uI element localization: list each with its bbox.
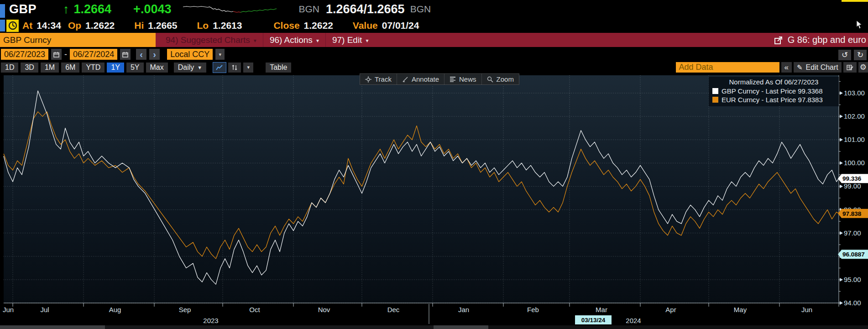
currency-mode-caret[interactable]: ▾: [215, 49, 225, 60]
period-tab-ytd[interactable]: YTD: [82, 63, 105, 73]
table-button[interactable]: Table: [266, 63, 291, 73]
chart-settings-icon[interactable]: [843, 62, 857, 73]
track-value-badge-text: 96.0887: [842, 251, 865, 258]
x-axis-month-label: Feb: [527, 306, 539, 313]
period-tab-5y[interactable]: 5Y: [126, 63, 144, 73]
bid-ask: 1.2664/1.2665: [326, 2, 405, 16]
x-axis-month-label: Sep: [179, 306, 191, 313]
direction-up-icon: ↑: [63, 2, 69, 16]
pencil-icon: ✎: [797, 63, 803, 72]
y-tick-arrow: [840, 138, 843, 141]
actions-menu[interactable]: 96) Actions▾: [263, 33, 325, 47]
track-button[interactable]: Track: [360, 74, 397, 84]
year-label: 2024: [626, 317, 641, 324]
start-date-calendar-icon[interactable]: [51, 49, 62, 60]
sparkline-segment-0: [183, 6, 233, 12]
compare-axes-icon[interactable]: [228, 63, 241, 73]
gbp-last-badge-text: 99.336: [842, 175, 862, 182]
period-bar: 1D3D1M6MYTD1Y5YMax Daily▼ ▾ Table Add Da…: [0, 62, 868, 73]
annotate-button[interactable]: Annotate: [397, 74, 444, 84]
chart-type-caret[interactable]: ▾: [243, 63, 253, 73]
y-axis-label: 103.00: [844, 89, 865, 97]
bottom-edge-segment: [434, 325, 488, 329]
y-axis-label: 100.00: [844, 159, 865, 167]
zoom-button[interactable]: Zoom: [481, 74, 519, 84]
gbp-swatch: [712, 88, 718, 94]
y-tick-arrow: [840, 161, 843, 165]
news-button[interactable]: News: [444, 74, 481, 84]
frequency-select[interactable]: Daily▼: [174, 63, 206, 73]
bloomberg-terminal-window: GBP ↑ 1.2664 +.0043 BGN 1.2664/1.2665 BG…: [0, 0, 868, 329]
news-icon: [450, 76, 456, 82]
x-axis-month-label: Jan: [458, 306, 469, 313]
stat-close: Close1.2622: [273, 20, 333, 31]
edit-menu[interactable]: 97) Edit▾: [325, 33, 375, 47]
x-axis-month-label: Jun: [801, 306, 812, 313]
security-quote-bar: GBP ↑ 1.2664 +.0043 BGN 1.2664/1.2665 BG…: [0, 0, 868, 18]
cursor-icon: [856, 21, 863, 30]
crosshair-icon: [365, 76, 371, 83]
pricing-source-left: BGN: [298, 4, 319, 15]
magnifier-icon: [487, 76, 493, 83]
eur-swatch: [712, 97, 718, 103]
edit-chart-button[interactable]: ✎ Edit Chart: [794, 62, 842, 73]
year-label: 2023: [203, 317, 218, 324]
bottom-edge-segment: [105, 325, 434, 329]
stat-lo: Lo1.2613: [197, 20, 242, 31]
period-tab-6m[interactable]: 6M: [61, 63, 79, 73]
legend-row-eur[interactable]: EUR Curncy - Last Price 97.8383: [712, 95, 835, 104]
price-chart[interactable]: 94.0095.0096.0097.0098.0099.00100.00101.…: [0, 73, 868, 325]
price-change: +.0043: [133, 2, 171, 16]
collapse-panel-button[interactable]: «: [781, 62, 792, 73]
x-axis-month-label: Nov: [318, 306, 330, 313]
add-data-input[interactable]: Add Data: [676, 62, 779, 73]
y-tick-arrow: [840, 278, 843, 282]
gear-icon[interactable]: ⚙: [858, 62, 868, 73]
range-bar: 06/27/2023 - 06/27/2024 ‹ › Local CCY ▾: [0, 47, 868, 62]
end-date-input[interactable]: 06/27/2024: [70, 49, 117, 60]
bottom-edge-segment: [488, 325, 868, 329]
period-tab-1d[interactable]: 1D: [1, 63, 18, 73]
security-field[interactable]: GBP Curncy: [0, 33, 156, 47]
x-axis-month-label: May: [734, 306, 747, 313]
x-axis-month-label: Aug: [109, 306, 121, 313]
range-back-button[interactable]: ‹: [136, 49, 146, 60]
period-tab-3d[interactable]: 3D: [21, 63, 38, 73]
clock-icon[interactable]: [6, 20, 19, 32]
export-icon[interactable]: [774, 36, 783, 45]
legend-row-gbp[interactable]: GBP Curncy - Last Price 99.3368: [712, 87, 835, 95]
bottom-edge-segment: [0, 325, 105, 329]
panel-marker: [0, 4, 5, 18]
y-axis-label: 99.00: [844, 182, 861, 190]
period-tab-max[interactable]: Max: [146, 63, 168, 73]
plot-area[interactable]: [4, 75, 839, 303]
currency-mode-select[interactable]: Local CCY: [167, 49, 213, 60]
y-axis-label: 102.00: [844, 112, 865, 120]
range-separator: -: [64, 50, 67, 59]
undo-button[interactable]: ↺: [838, 50, 851, 60]
pricing-source-right: BGN: [410, 4, 431, 15]
period-tab-1y[interactable]: 1Y: [107, 63, 124, 73]
chart-toolbar: Track Annotate News Zoom: [360, 73, 519, 85]
y-axis-label: 95.00: [844, 276, 861, 283]
range-forward-button[interactable]: ›: [149, 49, 160, 60]
end-date-calendar-icon[interactable]: [120, 49, 131, 60]
period-tab-1m[interactable]: 1M: [41, 63, 59, 73]
chart-title: G 86: gbp and euro: [788, 35, 866, 45]
line-chart-type-icon[interactable]: [213, 63, 226, 73]
eur-last-badge-text: 97.838: [842, 210, 862, 217]
ohlc-stats: At14:34Op1.2622Hi1.2665Lo1.2613Close1.26…: [22, 20, 419, 31]
intraday-sparkline: [183, 3, 277, 15]
legend-label-gbp: GBP Curncy - Last Price 99.3368: [722, 87, 823, 95]
start-date-input[interactable]: 06/27/2023: [1, 49, 48, 60]
x-axis-month-label: Jun: [3, 306, 14, 313]
chart-legend: Normalized As Of 06/27/2023 GBP Curncy -…: [709, 77, 839, 106]
suggested-charts-menu[interactable]: 94) Suggested Charts▾: [166, 35, 256, 45]
chart-panel: 94.0095.0096.0097.0098.0099.00100.00101.…: [0, 73, 868, 325]
y-axis-label: 101.00: [844, 136, 865, 143]
x-axis-month-label: Mar: [596, 306, 607, 313]
stats-bar: At14:34Op1.2622Hi1.2665Lo1.2613Close1.26…: [0, 18, 868, 33]
stat-value: Value07/01/24: [353, 20, 419, 31]
legend-label-eur: EUR Curncy - Last Price 97.8383: [722, 95, 823, 104]
redo-button[interactable]: ↻: [854, 50, 867, 60]
